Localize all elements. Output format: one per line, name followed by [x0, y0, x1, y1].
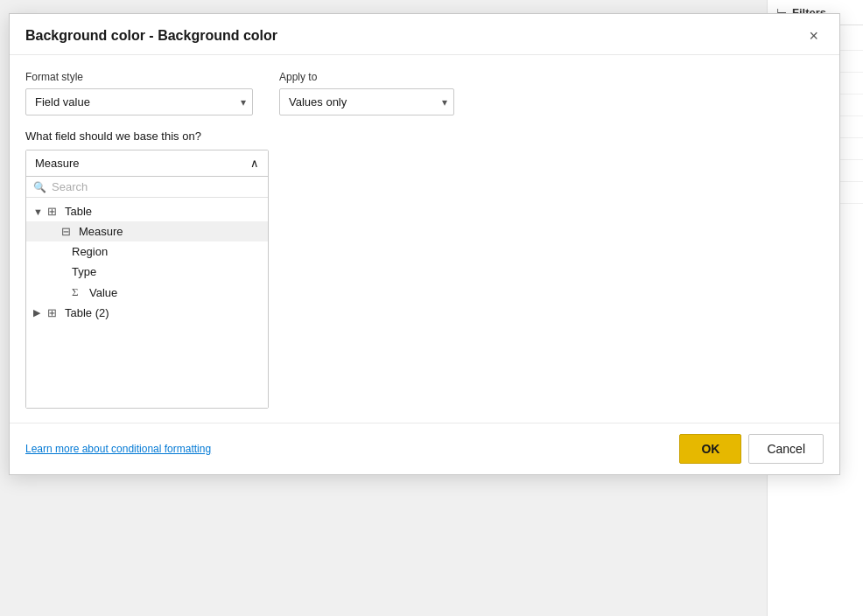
apply-to-label: Apply to [279, 71, 454, 83]
dialog-body: Format style Field value Rules Gradient … [10, 55, 839, 423]
tree-label-table2: Table (2) [65, 306, 109, 319]
field-selector: Measure ∧ 🔍 ▼ ⊞ Table ⊟ Measure [25, 150, 269, 409]
tree-item-type[interactable]: Type [26, 262, 268, 282]
search-box: 🔍 [26, 177, 268, 198]
tree-label-type: Type [72, 265, 96, 278]
apply-to-select[interactable]: Values only Total Subtotal [279, 88, 454, 116]
field-question: What field should we base this on? [25, 130, 824, 143]
format-apply-row: Format style Field value Rules Gradient … [25, 71, 824, 116]
sigma-icon: Σ [72, 285, 86, 299]
tree-item-region[interactable]: Region [26, 242, 268, 262]
field-selector-header[interactable]: Measure ∧ [26, 150, 268, 177]
close-button[interactable]: × [803, 26, 824, 46]
table-icon: ⊞ [47, 205, 61, 218]
search-icon: 🔍 [33, 181, 46, 193]
field-selector-value: Measure [35, 157, 80, 170]
tree-label-table: Table [65, 205, 92, 218]
tree-item-table[interactable]: ▼ ⊞ Table [26, 201, 268, 221]
field-tree-list: ▼ ⊞ Table ⊟ Measure Region Type [26, 198, 268, 408]
learn-more-link[interactable]: Learn more about conditional formatting [25, 443, 211, 455]
format-style-select[interactable]: Field value Rules Gradient [25, 88, 253, 116]
field-selector-chevron-icon: ∧ [250, 157, 259, 170]
apply-to-select-wrapper: Values only Total Subtotal ▾ [279, 88, 454, 116]
tree-item-table2[interactable]: ▶ ⊞ Table (2) [26, 303, 268, 323]
cancel-button[interactable]: Cancel [748, 434, 824, 464]
dialog-footer: Learn more about conditional formatting … [10, 423, 839, 474]
tree-label-region: Region [72, 245, 108, 258]
tree-label-value: Value [89, 286, 117, 299]
tree-chevron-table2: ▶ [33, 307, 44, 318]
format-style-label: Format style [25, 71, 253, 83]
dialog-header: Background color - Background color × [10, 14, 839, 55]
background-color-dialog: Background color - Background color × Fo… [9, 13, 840, 475]
ok-button[interactable]: OK [679, 434, 741, 464]
format-style-group: Format style Field value Rules Gradient … [25, 71, 253, 116]
apply-to-group: Apply to Values only Total Subtotal ▾ [279, 71, 454, 116]
tree-label-measure: Measure [79, 225, 123, 238]
search-input[interactable] [52, 180, 261, 193]
tree-chevron-table: ▼ [33, 206, 44, 217]
tree-item-measure[interactable]: ⊟ Measure [26, 221, 268, 242]
measure-field-icon: ⊟ [61, 225, 75, 238]
tree-item-value[interactable]: Σ Value [26, 282, 268, 303]
format-style-select-wrapper: Field value Rules Gradient ▾ [25, 88, 253, 116]
footer-buttons: OK Cancel [679, 434, 824, 464]
table2-icon: ⊞ [47, 306, 61, 319]
dialog-title: Background color - Background color [25, 28, 277, 44]
